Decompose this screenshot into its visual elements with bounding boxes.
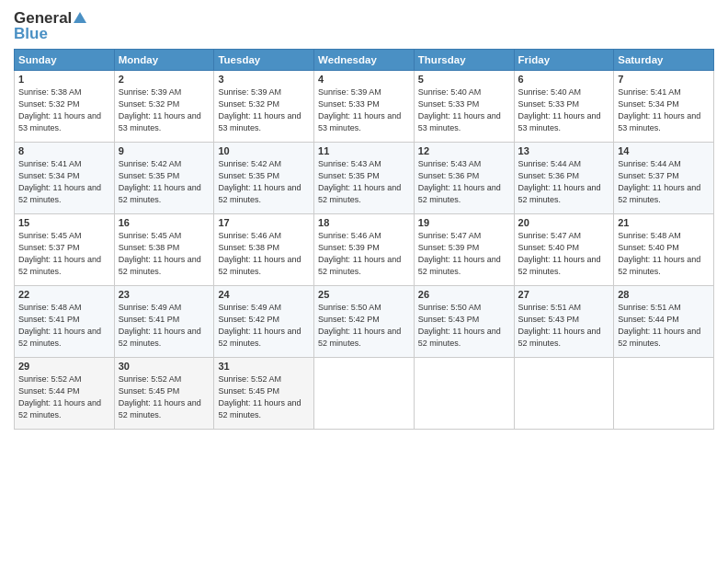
day-info: Sunrise: 5:46 AMSunset: 5:39 PMDaylight:… bbox=[318, 230, 410, 278]
day-number: 21 bbox=[618, 217, 710, 228]
day-number: 7 bbox=[618, 74, 710, 85]
day-number: 19 bbox=[418, 217, 510, 228]
day-number: 4 bbox=[318, 74, 410, 85]
day-info: Sunrise: 5:52 AMSunset: 5:45 PMDaylight:… bbox=[119, 373, 210, 421]
day-number: 2 bbox=[119, 74, 210, 85]
day-number: 13 bbox=[518, 145, 610, 156]
day-number: 10 bbox=[218, 145, 310, 156]
day-info: Sunrise: 5:42 AMSunset: 5:35 PMDaylight:… bbox=[119, 158, 210, 206]
calendar-week-2: 8 Sunrise: 5:41 AMSunset: 5:34 PMDayligh… bbox=[15, 143, 714, 214]
day-info: Sunrise: 5:48 AMSunset: 5:41 PMDaylight:… bbox=[18, 302, 110, 350]
calendar-cell: 28 Sunrise: 5:51 AMSunset: 5:44 PMDaylig… bbox=[614, 286, 714, 358]
calendar-cell: 7 Sunrise: 5:41 AMSunset: 5:34 PMDayligh… bbox=[614, 71, 714, 143]
calendar-cell: 15 Sunrise: 5:45 AMSunset: 5:37 PMDaylig… bbox=[15, 214, 115, 286]
day-info: Sunrise: 5:40 AMSunset: 5:33 PMDaylight:… bbox=[518, 86, 610, 134]
calendar-cell: 26 Sunrise: 5:50 AMSunset: 5:43 PMDaylig… bbox=[414, 286, 514, 358]
calendar-cell: 16 Sunrise: 5:45 AMSunset: 5:38 PMDaylig… bbox=[114, 214, 214, 286]
calendar-cell: 9 Sunrise: 5:42 AMSunset: 5:35 PMDayligh… bbox=[114, 143, 214, 214]
calendar-week-1: 1 Sunrise: 5:38 AMSunset: 5:32 PMDayligh… bbox=[15, 71, 714, 143]
logo-icon bbox=[72, 10, 88, 27]
day-info: Sunrise: 5:49 AMSunset: 5:42 PMDaylight:… bbox=[218, 302, 310, 350]
day-info: Sunrise: 5:44 AMSunset: 5:36 PMDaylight:… bbox=[518, 158, 610, 206]
calendar-cell: 30 Sunrise: 5:52 AMSunset: 5:45 PMDaylig… bbox=[114, 358, 214, 430]
day-info: Sunrise: 5:40 AMSunset: 5:33 PMDaylight:… bbox=[418, 86, 510, 134]
calendar-cell: 2 Sunrise: 5:39 AMSunset: 5:32 PMDayligh… bbox=[114, 71, 214, 143]
day-info: Sunrise: 5:47 AMSunset: 5:39 PMDaylight:… bbox=[418, 230, 510, 278]
calendar-cell: 20 Sunrise: 5:47 AMSunset: 5:40 PMDaylig… bbox=[514, 214, 614, 286]
calendar-cell: 13 Sunrise: 5:44 AMSunset: 5:36 PMDaylig… bbox=[514, 143, 614, 214]
day-info: Sunrise: 5:51 AMSunset: 5:43 PMDaylight:… bbox=[518, 302, 610, 350]
day-number: 1 bbox=[18, 74, 110, 85]
calendar-cell: 22 Sunrise: 5:48 AMSunset: 5:41 PMDaylig… bbox=[15, 286, 115, 358]
calendar: SundayMondayTuesdayWednesdayThursdayFrid… bbox=[14, 49, 714, 430]
day-number: 31 bbox=[218, 361, 310, 372]
day-info: Sunrise: 5:44 AMSunset: 5:37 PMDaylight:… bbox=[618, 158, 710, 206]
day-info: Sunrise: 5:43 AMSunset: 5:35 PMDaylight:… bbox=[318, 158, 410, 206]
day-info: Sunrise: 5:52 AMSunset: 5:44 PMDaylight:… bbox=[18, 373, 110, 421]
day-number: 20 bbox=[518, 217, 610, 228]
day-info: Sunrise: 5:39 AMSunset: 5:32 PMDaylight:… bbox=[218, 86, 310, 134]
day-number: 22 bbox=[18, 289, 110, 300]
day-number: 30 bbox=[119, 361, 210, 372]
calendar-cell: 23 Sunrise: 5:49 AMSunset: 5:41 PMDaylig… bbox=[114, 286, 214, 358]
day-info: Sunrise: 5:45 AMSunset: 5:38 PMDaylight:… bbox=[119, 230, 210, 278]
calendar-cell bbox=[514, 358, 614, 430]
day-header-thursday: Thursday bbox=[414, 50, 514, 71]
day-info: Sunrise: 5:50 AMSunset: 5:43 PMDaylight:… bbox=[418, 302, 510, 350]
calendar-cell: 3 Sunrise: 5:39 AMSunset: 5:32 PMDayligh… bbox=[214, 71, 314, 143]
day-info: Sunrise: 5:46 AMSunset: 5:38 PMDaylight:… bbox=[218, 230, 310, 278]
calendar-cell: 10 Sunrise: 5:42 AMSunset: 5:35 PMDaylig… bbox=[214, 143, 314, 214]
day-info: Sunrise: 5:51 AMSunset: 5:44 PMDaylight:… bbox=[618, 302, 710, 350]
calendar-cell: 25 Sunrise: 5:50 AMSunset: 5:42 PMDaylig… bbox=[314, 286, 415, 358]
day-number: 8 bbox=[18, 145, 110, 156]
logo-blue: Blue bbox=[14, 25, 48, 43]
day-number: 6 bbox=[518, 74, 610, 85]
calendar-cell: 14 Sunrise: 5:44 AMSunset: 5:37 PMDaylig… bbox=[614, 143, 714, 214]
day-header-friday: Friday bbox=[514, 50, 614, 71]
day-header-wednesday: Wednesday bbox=[314, 50, 415, 71]
day-header-tuesday: Tuesday bbox=[214, 50, 314, 71]
calendar-header-row: SundayMondayTuesdayWednesdayThursdayFrid… bbox=[15, 50, 714, 71]
day-number: 17 bbox=[218, 217, 310, 228]
calendar-cell: 31 Sunrise: 5:52 AMSunset: 5:45 PMDaylig… bbox=[214, 358, 314, 430]
calendar-cell: 4 Sunrise: 5:39 AMSunset: 5:33 PMDayligh… bbox=[314, 71, 415, 143]
calendar-cell: 27 Sunrise: 5:51 AMSunset: 5:43 PMDaylig… bbox=[514, 286, 614, 358]
calendar-cell bbox=[414, 358, 514, 430]
day-number: 16 bbox=[119, 217, 210, 228]
day-info: Sunrise: 5:39 AMSunset: 5:33 PMDaylight:… bbox=[318, 86, 410, 134]
day-header-sunday: Sunday bbox=[15, 50, 115, 71]
day-number: 15 bbox=[18, 217, 110, 228]
calendar-cell: 18 Sunrise: 5:46 AMSunset: 5:39 PMDaylig… bbox=[314, 214, 415, 286]
calendar-week-3: 15 Sunrise: 5:45 AMSunset: 5:37 PMDaylig… bbox=[15, 214, 714, 286]
day-header-monday: Monday bbox=[114, 50, 214, 71]
calendar-cell: 11 Sunrise: 5:43 AMSunset: 5:35 PMDaylig… bbox=[314, 143, 415, 214]
day-number: 14 bbox=[618, 145, 710, 156]
day-info: Sunrise: 5:38 AMSunset: 5:32 PMDaylight:… bbox=[18, 86, 110, 134]
day-number: 9 bbox=[119, 145, 210, 156]
svg-marker-0 bbox=[74, 12, 86, 23]
day-info: Sunrise: 5:48 AMSunset: 5:40 PMDaylight:… bbox=[618, 230, 710, 278]
calendar-cell bbox=[614, 358, 714, 430]
day-info: Sunrise: 5:43 AMSunset: 5:36 PMDaylight:… bbox=[418, 158, 510, 206]
header: General Blue bbox=[14, 9, 714, 43]
page: General Blue SundayMondayTuesdayWednesda… bbox=[0, 0, 728, 563]
calendar-cell: 17 Sunrise: 5:46 AMSunset: 5:38 PMDaylig… bbox=[214, 214, 314, 286]
day-info: Sunrise: 5:45 AMSunset: 5:37 PMDaylight:… bbox=[18, 230, 110, 278]
calendar-week-4: 22 Sunrise: 5:48 AMSunset: 5:41 PMDaylig… bbox=[15, 286, 714, 358]
day-number: 23 bbox=[119, 289, 210, 300]
day-number: 26 bbox=[418, 289, 510, 300]
calendar-cell: 8 Sunrise: 5:41 AMSunset: 5:34 PMDayligh… bbox=[15, 143, 115, 214]
day-info: Sunrise: 5:41 AMSunset: 5:34 PMDaylight:… bbox=[18, 158, 110, 206]
calendar-cell: 21 Sunrise: 5:48 AMSunset: 5:40 PMDaylig… bbox=[614, 214, 714, 286]
day-info: Sunrise: 5:49 AMSunset: 5:41 PMDaylight:… bbox=[119, 302, 210, 350]
calendar-cell: 1 Sunrise: 5:38 AMSunset: 5:32 PMDayligh… bbox=[15, 71, 115, 143]
calendar-cell: 12 Sunrise: 5:43 AMSunset: 5:36 PMDaylig… bbox=[414, 143, 514, 214]
day-number: 25 bbox=[318, 289, 410, 300]
day-number: 11 bbox=[318, 145, 410, 156]
calendar-cell: 5 Sunrise: 5:40 AMSunset: 5:33 PMDayligh… bbox=[414, 71, 514, 143]
day-header-saturday: Saturday bbox=[614, 50, 714, 71]
day-info: Sunrise: 5:42 AMSunset: 5:35 PMDaylight:… bbox=[218, 158, 310, 206]
day-info: Sunrise: 5:39 AMSunset: 5:32 PMDaylight:… bbox=[119, 86, 210, 134]
day-number: 5 bbox=[418, 74, 510, 85]
day-info: Sunrise: 5:50 AMSunset: 5:42 PMDaylight:… bbox=[318, 302, 410, 350]
